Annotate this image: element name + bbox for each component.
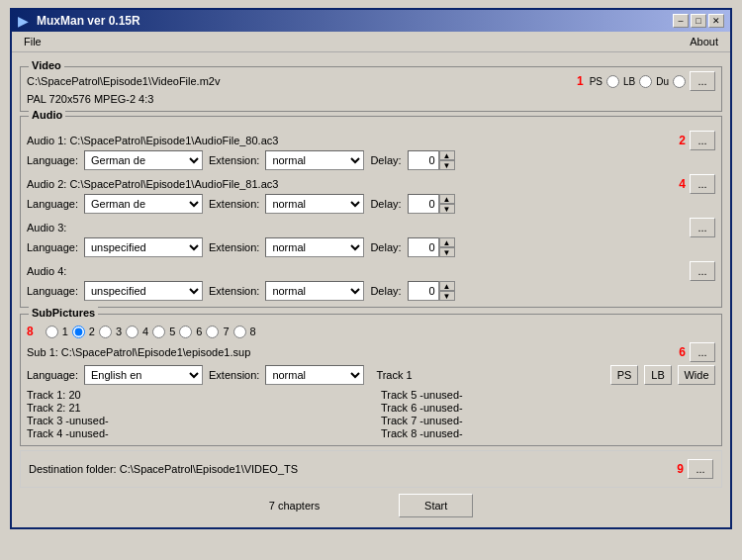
radio-ps[interactable]	[606, 75, 619, 88]
video-path: C:\SpacePatrol\Episode1\VideoFile.m2v	[27, 75, 220, 87]
audio-3-delay-up[interactable]: ▲	[439, 237, 455, 247]
audio-1-extension-select[interactable]: normal wide	[265, 150, 364, 170]
audio-1-delay-input[interactable]	[408, 150, 439, 170]
subpic-radio-3-label: 3	[116, 326, 122, 337]
track-4-info: Track 4 -unused-	[27, 427, 361, 439]
sub1-language-select[interactable]: English en unspecified German de	[84, 365, 203, 385]
video-controls-right: 1 PS LB Du ...	[577, 71, 715, 91]
video-browse-button[interactable]: ...	[690, 71, 715, 91]
title-bar: ▶ MuxMan ver 0.15R – □ ✕	[12, 10, 730, 32]
audio-1-language-select[interactable]: German de unspecified English en	[84, 150, 203, 170]
audio-2-controls: Language: German de unspecified English …	[27, 194, 715, 214]
radio-ps-label: PS	[590, 76, 603, 87]
audio-group-label: Audio	[29, 109, 65, 121]
number-badge-9: 9	[677, 462, 684, 476]
number-badge-6: 6	[679, 345, 686, 359]
audio-4-extension-select[interactable]: normal wide	[265, 281, 364, 301]
menu-bar: File About	[12, 32, 730, 52]
subpic-radio-7-label: 7	[223, 326, 229, 337]
close-button[interactable]: ✕	[708, 14, 724, 28]
audio-1-delay: ▲ ▼	[408, 150, 455, 170]
audio-1-delay-up[interactable]: ▲	[439, 150, 455, 160]
ext-label-1: Extension:	[209, 154, 259, 166]
radio-lb-label: LB	[623, 76, 635, 87]
menu-file[interactable]: File	[18, 34, 47, 49]
sub1-path: Sub 1: C:\SpacePatrol\Episode1\episode1.…	[27, 346, 250, 358]
sub1-lb-button[interactable]: LB	[644, 365, 672, 385]
video-group: Video C:\SpacePatrol\Episode1\VideoFile.…	[20, 66, 722, 112]
sub1-ext-label: Extension:	[209, 369, 259, 381]
main-window: ▶ MuxMan ver 0.15R – □ ✕ File About Vide…	[10, 8, 732, 529]
track-6-info: Track 6 -unused-	[381, 402, 715, 414]
subpic-radio-4[interactable]	[126, 326, 139, 338]
audio-group: Audio Audio 1: C:\SpacePatrol\Episode1\A…	[20, 116, 722, 308]
delay-label-4: Delay:	[370, 285, 401, 297]
audio-3-delay-down[interactable]: ▼	[439, 247, 455, 257]
radio-du[interactable]	[673, 75, 686, 88]
track-2-info: Track 2: 21	[27, 402, 361, 414]
sub1-browse-button[interactable]: ...	[690, 342, 715, 362]
start-button[interactable]: Start	[399, 494, 473, 517]
lang-label-2: Language:	[27, 198, 78, 210]
sub1-lang-label: Language:	[27, 369, 78, 381]
subpic-radio-5[interactable]	[152, 326, 165, 338]
track-info-grid: Track 1: 20 Track 5 -unused- Track 2: 21…	[27, 389, 715, 439]
subpic-radio-8[interactable]	[233, 326, 246, 338]
subpic-radio-3[interactable]	[99, 326, 112, 338]
sub1-ps-button[interactable]: PS	[610, 365, 638, 385]
subpic-radio-7[interactable]	[206, 326, 219, 338]
audio-3-browse-button[interactable]: ...	[690, 218, 715, 237]
track-5-info: Track 5 -unused-	[381, 389, 715, 401]
audio-4-delay-up[interactable]: ▲	[439, 281, 455, 291]
audio-3-delay-input[interactable]	[408, 237, 439, 257]
subpic-radio-6[interactable]	[179, 326, 192, 338]
track-3-info: Track 3 -unused-	[27, 415, 361, 426]
menu-about[interactable]: About	[684, 34, 724, 49]
number-badge-8: 8	[27, 325, 34, 338]
audio-1-browse-button[interactable]: ...	[690, 131, 715, 150]
audio-2-browse-button[interactable]: ...	[690, 174, 715, 194]
video-group-label: Video	[29, 59, 64, 71]
audio-2-extension-select[interactable]: normal wide	[265, 194, 364, 214]
subpic-radio-2-label: 2	[89, 326, 95, 337]
dest-browse-button[interactable]: ...	[688, 459, 713, 479]
radio-lb[interactable]	[639, 75, 652, 88]
sub1-path-row: Sub 1: C:\SpacePatrol\Episode1\episode1.…	[27, 342, 715, 362]
number-badge-2: 2	[679, 134, 686, 147]
audio-4-controls: Language: unspecified German de English …	[27, 281, 715, 301]
sub1-wide-button[interactable]: Wide	[678, 365, 715, 385]
sub1-extension-select[interactable]: normal wide	[265, 365, 364, 385]
track-1-info: Track 1: 20	[27, 389, 361, 401]
radio-du-label: Du	[656, 76, 669, 87]
audio-2-delay-input[interactable]	[408, 194, 439, 214]
content-area: Video C:\SpacePatrol\Episode1\VideoFile.…	[12, 52, 730, 527]
sub1-controls: Language: English en unspecified German …	[27, 365, 715, 385]
lang-label-1: Language:	[27, 154, 78, 166]
audio-1-label: Audio 1: C:\SpacePatrol\Episode1\AudioFi…	[27, 135, 278, 146]
audio-3-language-select[interactable]: unspecified German de English en	[84, 237, 203, 257]
audio-4-language-select[interactable]: unspecified German de English en	[84, 281, 203, 301]
ext-label-4: Extension:	[209, 285, 259, 297]
footer-bar: 7 chapters Start	[20, 488, 722, 521]
audio-2-delay-down[interactable]: ▼	[439, 204, 455, 214]
maximize-button[interactable]: □	[691, 14, 706, 28]
audio-2-language-select[interactable]: German de unspecified English en	[84, 194, 203, 214]
audio-4-delay-input[interactable]	[408, 281, 439, 301]
audio-3-delay: ▲ ▼	[408, 237, 455, 257]
subpic-radio-8-label: 8	[250, 326, 256, 337]
audio-4-delay-down[interactable]: ▼	[439, 291, 455, 301]
window-title: MuxMan ver 0.15R	[37, 14, 140, 28]
audio-4-browse-button[interactable]: ...	[690, 261, 715, 281]
subpic-radio-2[interactable]	[72, 326, 85, 338]
audio-1-delay-down[interactable]: ▼	[439, 160, 455, 170]
audio-track-4: Audio 4: ... Language: unspecified Germa…	[27, 261, 715, 301]
subpic-radio-4-label: 4	[142, 326, 148, 337]
subpic-radio-6-label: 6	[196, 326, 202, 337]
audio-3-extension-select[interactable]: normal wide	[265, 237, 364, 257]
audio-2-delay-up[interactable]: ▲	[439, 194, 455, 204]
number-badge-1: 1	[577, 74, 584, 88]
track-8-info: Track 8 -unused-	[381, 427, 715, 439]
subpic-radio-1[interactable]	[46, 326, 58, 338]
audio-track-1: Audio 1: C:\SpacePatrol\Episode1\AudioFi…	[27, 131, 715, 170]
minimize-button[interactable]: –	[673, 14, 689, 28]
